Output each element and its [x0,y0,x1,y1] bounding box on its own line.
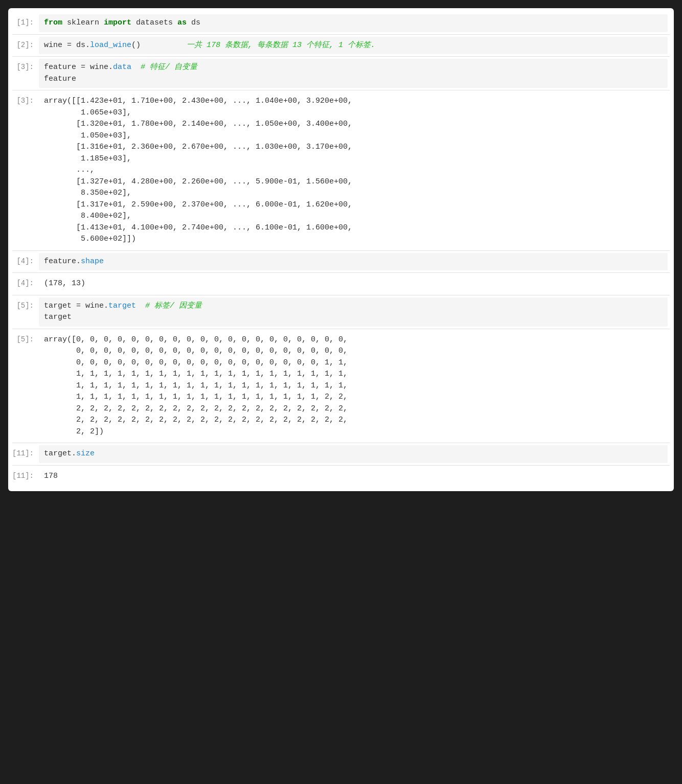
cell-label: [3]: [8,93,39,248]
cell-body: 178 [39,468,668,486]
cell-label: [1]: [8,14,39,32]
code-token: 1.065e+03], [44,108,131,117]
cell-code: from sklearn import datasets as ds [44,17,663,29]
code-token: 1, 1, 1, 1, 1, 1, 1, 1, 1, 1, 1, 1, 1, 1… [44,393,348,401]
code-token: array([[1.423e+01, 1.710e+00, 2.430e+00,… [44,97,352,105]
code-token: feature. [44,257,81,266]
code-token: 1, 1, 1, 1, 1, 1, 1, 1, 1, 1, 1, 1, 1, 1… [44,381,348,390]
cell-c5-in[interactable]: [5]:target = wine.target # 标签/ 因变量 targe… [8,295,674,329]
cell-body: array([[1.423e+01, 1.710e+00, 2.430e+00,… [39,93,668,248]
cell-c1[interactable]: [1]:from sklearn import datasets as ds [8,12,674,34]
cell-c11-out: [11]:178 [8,466,674,488]
code-token: array([0, 0, 0, 0, 0, 0, 0, 0, 0, 0, 0, … [44,335,348,344]
code-token: ds [187,18,200,27]
code-token: feature = wine. [44,63,113,72]
code-token: 0, 0, 0, 0, 0, 0, 0, 0, 0, 0, 0, 0, 0, 0… [44,358,348,367]
code-token: sklearn [62,18,104,27]
cell-label: [3]: [8,59,39,88]
code-token: 2, 2]) [44,427,104,436]
code-token: # 特征/ 自变量 [141,63,197,72]
code-token: load_wine [90,41,131,50]
code-token: 一共 178 条数据, 每条数据 13 个特征, 1 个标签. [187,41,375,50]
code-token: shape [81,257,104,266]
cell-body: target.size [39,445,668,463]
code-token: [1.327e+01, 4.280e+00, 2.260e+00, ..., 5… [44,177,352,186]
cell-code: wine = ds.load_wine() 一共 178 条数据, 每条数据 1… [44,40,663,52]
code-token: [1.320e+01, 1.780e+00, 2.140e+00, ..., 1… [44,120,352,128]
cell-code: feature = wine.data # 特征/ 自变量 feature [44,62,663,85]
code-token: target = wine. [44,302,108,310]
code-token: feature [44,75,76,83]
code-token: (178, 13) [44,279,85,288]
cell-code: target = wine.target # 标签/ 因变量 target [44,301,663,324]
code-token: 8.400e+02], [44,212,131,220]
cell-label: [11]: [8,445,39,463]
code-token: wine = ds. [44,41,90,50]
cell-c4-out: [4]:(178, 13) [8,273,674,295]
cell-code: target.size [44,448,663,460]
cell-code: feature.shape [44,256,663,268]
code-token: 1.185e+03], [44,154,131,163]
code-token [131,63,141,72]
notebook: [1]:from sklearn import datasets as ds[2… [8,8,674,491]
code-token: target [108,302,136,310]
code-token: from [44,18,62,27]
code-token: 1, 1, 1, 1, 1, 1, 1, 1, 1, 1, 1, 1, 1, 1… [44,370,348,378]
cell-c2[interactable]: [2]:wine = ds.load_wine() 一共 178 条数据, 每条… [8,35,674,57]
cell-code: array([[1.423e+01, 1.710e+00, 2.430e+00,… [44,96,663,245]
cell-body: array([0, 0, 0, 0, 0, 0, 0, 0, 0, 0, 0, … [39,331,668,441]
cell-body: (178, 13) [39,275,668,293]
code-token: [1.413e+01, 4.100e+00, 2.740e+00, ..., 6… [44,223,352,232]
code-token: data [113,63,131,72]
cell-body: wine = ds.load_wine() 一共 178 条数据, 每条数据 1… [39,37,668,55]
code-token: 1.050e+03], [44,131,131,140]
code-token: 0, 0, 0, 0, 0, 0, 0, 0, 0, 0, 0, 0, 0, 0… [44,347,348,355]
cell-label: [5]: [8,297,39,327]
cell-c3-out: [3]:array([[1.423e+01, 1.710e+00, 2.430e… [8,90,674,250]
code-token: target. [44,449,76,458]
cell-c5-out: [5]:array([0, 0, 0, 0, 0, 0, 0, 0, 0, 0,… [8,329,674,443]
code-token: () [131,41,187,50]
code-token: # 标签/ 因变量 [145,302,202,310]
code-token: [1.317e+01, 2.590e+00, 2.370e+00, ..., 6… [44,200,352,209]
cell-label: [4]: [8,253,39,271]
cell-label: [5]: [8,331,39,441]
cell-c4-in[interactable]: [4]:feature.shape [8,251,674,273]
cell-body: feature = wine.data # 特征/ 自变量 feature [39,59,668,88]
code-token: import [104,18,131,27]
cell-label: [2]: [8,37,39,55]
cell-body: feature.shape [39,253,668,271]
code-token: size [76,449,95,458]
cell-c3-in[interactable]: [3]:feature = wine.data # 特征/ 自变量 featur… [8,57,674,90]
cell-code: 178 [44,471,663,482]
code-token: target [44,313,72,321]
code-token: as [177,18,187,27]
code-token: 178 [44,472,58,480]
code-token: datasets [131,18,177,27]
cell-code: array([0, 0, 0, 0, 0, 0, 0, 0, 0, 0, 0, … [44,334,663,438]
cell-label: [11]: [8,468,39,486]
cell-c11-in[interactable]: [11]:target.size [8,443,674,465]
code-token: [1.316e+01, 2.360e+00, 2.670e+00, ..., 1… [44,143,352,151]
code-token: 8.350e+02], [44,189,131,197]
code-token: 2, 2, 2, 2, 2, 2, 2, 2, 2, 2, 2, 2, 2, 2… [44,404,348,413]
cell-code: (178, 13) [44,278,663,290]
cell-body: target = wine.target # 标签/ 因变量 target [39,297,668,327]
code-token [136,302,145,310]
cell-label: [4]: [8,275,39,293]
cell-body: from sklearn import datasets as ds [39,14,668,32]
code-token: 2, 2, 2, 2, 2, 2, 2, 2, 2, 2, 2, 2, 2, 2… [44,416,348,424]
code-token: ..., [44,166,95,174]
code-token: 5.600e+02]]) [44,235,136,243]
